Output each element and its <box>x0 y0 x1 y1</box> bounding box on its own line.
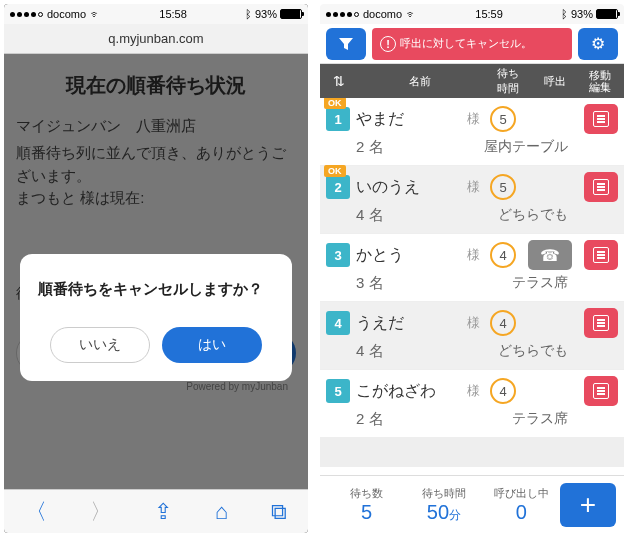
call-button[interactable]: ☎ <box>528 240 572 270</box>
alert-banner[interactable]: !呼出に対してキャンセル。 <box>372 28 572 60</box>
customer-name: かとう <box>356 245 461 266</box>
confirm-dialog: 順番待ちをキャンセルしますか？ いいえ はい <box>20 254 292 381</box>
party-size: 2 名 <box>356 138 426 157</box>
edit-button[interactable] <box>584 376 618 406</box>
calling-count: 0 <box>483 501 560 524</box>
customer-name: いのうえ <box>356 177 461 198</box>
filter-button[interactable] <box>326 28 366 60</box>
seat-pref: 屋内テーブル <box>484 138 568 157</box>
honorific: 様 <box>467 382 480 400</box>
customer-phone: docomo ᯤ 15:58 ᛒ 93% q.myjunban.com 現在の順… <box>4 4 308 533</box>
back-icon[interactable]: 〈 <box>25 497 47 527</box>
queue-number: 5 <box>326 379 350 403</box>
wait-count: 5 <box>328 501 405 524</box>
battery-icon <box>280 9 302 19</box>
edit-button[interactable] <box>584 308 618 338</box>
honorific: 様 <box>467 246 480 264</box>
customer-name: やまだ <box>356 109 461 130</box>
calling-label: 呼び出し中 <box>483 486 560 501</box>
wait-minutes: 4 <box>490 310 516 336</box>
wait-minutes: 5 <box>490 106 516 132</box>
party-size: 3 名 <box>356 274 426 293</box>
carrier: docomo <box>363 8 402 20</box>
wait-minutes: 4 <box>490 378 516 404</box>
honorific: 様 <box>467 178 480 196</box>
seat-pref: どちらでも <box>498 342 568 361</box>
status-bar: docomo ᯤ 15:58 ᛒ 93% <box>4 4 308 24</box>
party-size: 4 名 <box>356 206 426 225</box>
clock: 15:59 <box>475 8 503 20</box>
wait-minutes: 5 <box>490 174 516 200</box>
seat-pref: テラス席 <box>512 410 568 429</box>
signal-dots <box>326 12 359 17</box>
queue-row[interactable]: 4 うえだ 様 4 4 名 どちらでも <box>320 302 624 370</box>
party-size: 4 名 <box>356 342 426 361</box>
forward-icon: 〉 <box>90 497 112 527</box>
customer-name: こがねざわ <box>356 381 461 402</box>
share-icon[interactable]: ⇪ <box>154 499 172 525</box>
honorific: 様 <box>467 110 480 128</box>
queue-number: 1OK <box>326 107 350 131</box>
add-button[interactable]: + <box>560 483 616 527</box>
seat-pref: どちらでも <box>498 206 568 225</box>
carrier: docomo <box>47 8 86 20</box>
col-wait: 待ち 時間 <box>486 66 530 96</box>
wait-minutes: 4 <box>490 242 516 268</box>
staff-phone: docomo ᯤ 15:59 ᛒ 93% !呼出に対してキャンセル。 ⚙ ⇅ 名… <box>320 4 624 533</box>
settings-button[interactable]: ⚙ <box>578 28 618 60</box>
queue-row[interactable]: 2OK いのうえ 様 5 4 名 どちらでも <box>320 166 624 234</box>
clock: 15:58 <box>159 8 187 20</box>
queue-number: 4 <box>326 311 350 335</box>
queue-number: 2OK <box>326 175 350 199</box>
edit-button[interactable] <box>584 172 618 202</box>
queue-list[interactable]: 1OK やまだ 様 5 2 名 屋内テーブル 2OK いのうえ 様 5 4 名 … <box>320 98 624 467</box>
col-edit: 移動 編集 <box>580 69 620 93</box>
url-bar[interactable]: q.myjunban.com <box>4 24 308 54</box>
edit-button[interactable] <box>584 104 618 134</box>
battery-pct: 93% <box>571 8 593 20</box>
dialog-no-button[interactable]: いいえ <box>50 327 150 363</box>
queue-number: 3 <box>326 243 350 267</box>
bookmarks-icon[interactable]: ⌂ <box>215 499 228 525</box>
column-header: ⇅ 名前 待ち 時間 呼出 移動 編集 <box>320 64 624 98</box>
col-name: 名前 <box>354 74 486 89</box>
queue-row[interactable]: 3 かとう 様 4 ☎ 3 名 テラス席 <box>320 234 624 302</box>
bluetooth-icon: ᛒ <box>245 8 252 20</box>
safari-toolbar: 〈 〉 ⇪ ⌂ ⧉ <box>4 489 308 533</box>
battery-pct: 93% <box>255 8 277 20</box>
ok-tag: OK <box>324 165 346 177</box>
col-call: 呼出 <box>530 74 580 89</box>
ok-tag: OK <box>324 98 346 109</box>
dialog-message: 順番待ちをキャンセルしますか？ <box>38 280 274 299</box>
queue-row[interactable]: 1OK やまだ 様 5 2 名 屋内テーブル <box>320 98 624 166</box>
app-header: !呼出に対してキャンセル。 ⚙ <box>320 24 624 64</box>
dialog-yes-button[interactable]: はい <box>162 327 262 363</box>
status-bar: docomo ᯤ 15:59 ᛒ 93% <box>320 4 624 24</box>
edit-button[interactable] <box>584 240 618 270</box>
honorific: 様 <box>467 314 480 332</box>
footer-stats: 待ち数5 待ち時間50分 呼び出し中0 + <box>320 475 624 533</box>
tabs-icon[interactable]: ⧉ <box>271 499 287 525</box>
party-size: 2 名 <box>356 410 426 429</box>
seat-pref: テラス席 <box>512 274 568 293</box>
battery-icon <box>596 9 618 19</box>
wait-time-label: 待ち時間 <box>405 486 482 501</box>
sort-icon[interactable]: ⇅ <box>324 73 354 89</box>
wifi-icon: ᯤ <box>90 8 101 20</box>
queue-row[interactable]: 5 こがねざわ 様 4 2 名 テラス席 <box>320 370 624 438</box>
wait-count-label: 待ち数 <box>328 486 405 501</box>
wifi-icon: ᯤ <box>406 8 417 20</box>
bluetooth-icon: ᛒ <box>561 8 568 20</box>
signal-dots <box>10 12 43 17</box>
wait-time: 50 <box>427 501 449 523</box>
customer-name: うえだ <box>356 313 461 334</box>
alert-icon: ! <box>380 36 396 52</box>
